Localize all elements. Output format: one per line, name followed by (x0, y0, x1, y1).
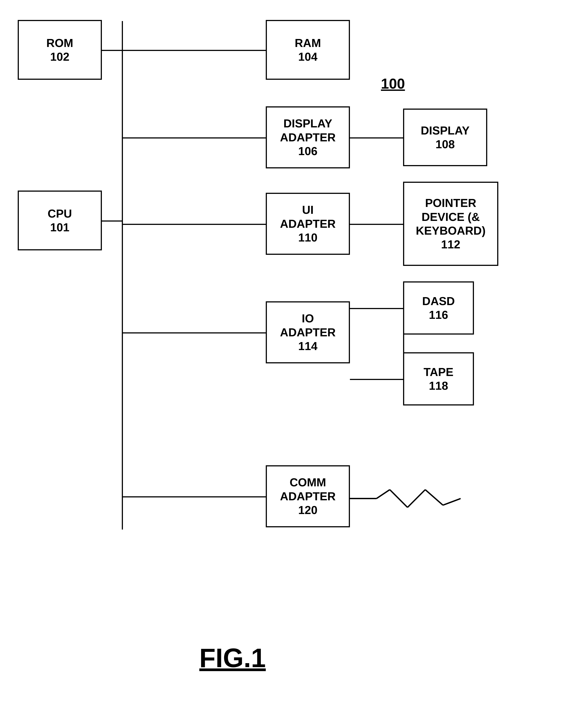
bus-to-io-adapter (122, 332, 267, 333)
main-bus-line (122, 21, 123, 530)
svg-line-4 (425, 490, 443, 505)
comm-adapter-label2: ADAPTER (280, 490, 335, 503)
comm-adapter-label1: COMM (290, 475, 326, 489)
bracket-to-dasd (403, 308, 404, 309)
io-to-dasd-h (350, 308, 404, 309)
ui-adapter-label1: UI (302, 203, 313, 217)
io-adapter-label2: ADAPTER (280, 325, 335, 339)
dasd-label2: 116 (429, 308, 448, 322)
io-adapter-label1: IO (302, 311, 314, 325)
comm-adapter-box: COMM ADAPTER 120 (266, 465, 350, 527)
pointer-label1: POINTER (425, 196, 476, 210)
display-adapter-label2: ADAPTER (280, 130, 335, 144)
display-label1: DISPLAY (421, 124, 470, 137)
bracket-to-tape (403, 379, 404, 380)
ui-adapter-to-pointer (350, 224, 404, 225)
comm-adapter-label3: 120 (298, 503, 318, 517)
bus-to-ui-adapter (122, 224, 267, 225)
cpu-label-line2: 101 (50, 220, 69, 234)
display-box: DISPLAY 108 (403, 109, 487, 166)
pointer-label2: DEVICE (& (422, 210, 480, 224)
display-adapter-to-display (350, 137, 404, 138)
pointer-box: POINTER DEVICE (& KEYBOARD) 112 (403, 182, 498, 266)
tape-label2: 118 (429, 379, 448, 393)
reference-100: 100 (381, 75, 405, 92)
tape-label1: TAPE (424, 365, 454, 379)
pointer-label4: 112 (441, 238, 460, 251)
tape-box: TAPE 118 (403, 352, 474, 406)
dasd-box: DASD 116 (403, 281, 474, 335)
rom-label-line2: 102 (50, 50, 69, 64)
ui-adapter-label3: 110 (298, 231, 318, 244)
ram-label-line1: RAM (295, 36, 321, 50)
diagram: ROM 102 RAM 104 CPU 101 DISPLAY ADAPTER … (0, 0, 588, 711)
cpu-to-bus (102, 220, 123, 221)
figure-label: FIG.1 (199, 643, 266, 673)
bus-to-ram (122, 50, 267, 51)
rom-label-line1: ROM (46, 36, 73, 50)
io-to-tape-h (350, 379, 404, 380)
rom-box: ROM 102 (18, 20, 102, 80)
svg-line-2 (390, 490, 408, 508)
svg-line-3 (408, 490, 425, 508)
ram-label-line2: 104 (298, 50, 318, 64)
ram-box: RAM 104 (266, 20, 350, 80)
cpu-label-line1: CPU (48, 207, 72, 220)
display-adapter-label1: DISPLAY (283, 116, 332, 130)
display-adapter-box: DISPLAY ADAPTER 106 (266, 106, 350, 168)
pointer-label3: KEYBOARD) (416, 224, 486, 238)
break-symbol (350, 485, 461, 512)
io-right-bracket (403, 308, 404, 383)
io-adapter-label3: 114 (298, 339, 318, 353)
io-adapter-box: IO ADAPTER 114 (266, 301, 350, 363)
cpu-box: CPU 101 (18, 191, 102, 250)
rom-to-bus (102, 50, 123, 51)
ui-adapter-label2: ADAPTER (280, 217, 335, 231)
display-adapter-label3: 106 (298, 144, 318, 158)
svg-line-1 (376, 490, 390, 498)
ui-adapter-box: UI ADAPTER 110 (266, 193, 350, 255)
dasd-label1: DASD (422, 294, 455, 308)
svg-line-5 (443, 498, 461, 505)
bus-to-comm-adapter (122, 496, 267, 497)
display-label2: 108 (436, 137, 455, 151)
bus-to-display-adapter (122, 137, 267, 138)
